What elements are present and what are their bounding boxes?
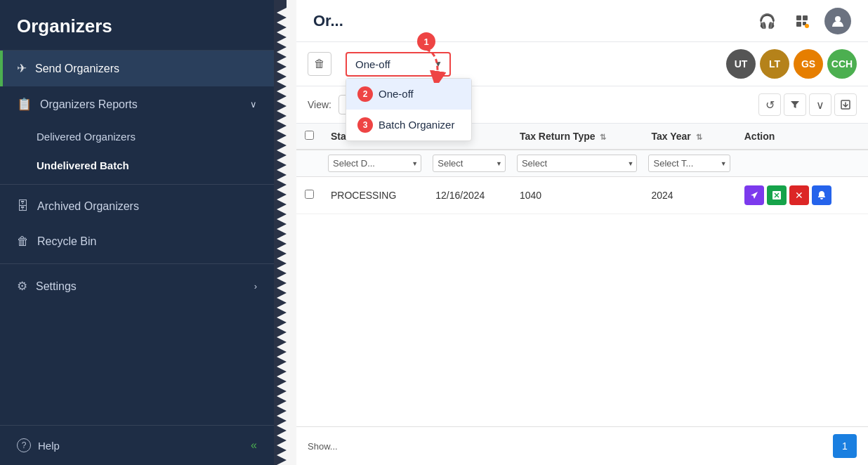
headset-icon-button[interactable]: 🎧	[754, 8, 780, 34]
dropdown-option-one-off[interactable]: 2 One-off	[346, 79, 471, 110]
excel-action-button[interactable]	[767, 185, 787, 205]
filter-date-select[interactable]: Select	[433, 155, 506, 172]
avatar-lt[interactable]: LT	[760, 49, 789, 79]
sidebar-item-recycle-bin[interactable]: 🗑 Recycle Bin	[0, 224, 274, 259]
row-tax-year-cell: 2024	[643, 177, 735, 214]
th-action: Action	[736, 124, 868, 150]
svg-rect-1	[796, 15, 801, 20]
row-status-cell: PROCESSING	[322, 177, 427, 214]
send-action-button[interactable]	[744, 185, 764, 205]
dropdown-selected-value: One-off	[355, 58, 390, 70]
filter-cell-tax-type: Select	[511, 150, 643, 177]
grid-icon-button[interactable]	[789, 8, 815, 34]
delete-button[interactable]: 🗑	[308, 52, 331, 76]
tax-year-value: 2024	[651, 190, 673, 201]
avatar-ut[interactable]: UT	[726, 49, 756, 79]
avatar-initials: GS	[801, 58, 815, 70]
sidebar-item-undelivered-batch[interactable]: Undelivered Batch	[0, 151, 274, 180]
svg-marker-0	[274, 0, 287, 465]
date-value: 12/16/2024	[435, 190, 485, 201]
filter-cell-date: Select	[427, 150, 511, 177]
row-checkbox[interactable]	[305, 190, 314, 199]
avatars-row: UT LT GS CCH	[726, 49, 857, 79]
sidebar-footer-help[interactable]: ? Help «	[0, 425, 274, 465]
col-tax-year-label: Tax Year	[651, 131, 690, 142]
chevron-down-icon: ∨	[250, 99, 257, 110]
collapse-icon[interactable]: «	[251, 439, 257, 452]
refresh-button[interactable]: ↺	[758, 93, 781, 116]
app-title: Organizers	[0, 0, 274, 51]
filter-cell-action	[736, 150, 868, 177]
type-dropdown-trigger[interactable]: One-off ▼	[346, 52, 451, 77]
avatar-gs[interactable]: GS	[794, 49, 823, 79]
dropdown-option-batch[interactable]: 3 Batch Organizer	[346, 110, 471, 140]
notify-action-button[interactable]	[812, 185, 831, 205]
divider	[0, 263, 274, 264]
select-all-checkbox[interactable]	[305, 131, 314, 140]
filter-status-select[interactable]: Select D...	[328, 155, 421, 172]
filter-tax-type-select[interactable]: Select	[517, 155, 638, 172]
main-header: Or... 🎧	[296, 0, 868, 42]
page-1-button[interactable]: 1	[833, 434, 857, 458]
sidebar-item-settings[interactable]: ⚙ Settings ›	[0, 268, 274, 304]
header-icons: 🎧	[754, 8, 851, 34]
col-tax-type-label: Tax Return Type	[520, 131, 596, 142]
send-icon: ✈	[17, 61, 27, 76]
sidebar-item-label: Settings	[36, 280, 77, 293]
sidebar-item-archived-organizers[interactable]: 🗄 Archived Organizers	[0, 189, 274, 224]
table-row: PROCESSING 12/16/2024 1040 2024	[296, 177, 868, 214]
row-date-cell: 12/16/2024	[427, 177, 511, 214]
row-tax-type-cell: 1040	[511, 177, 643, 214]
filter-tax-year-select[interactable]: Select T...	[648, 155, 730, 172]
filter-button[interactable]	[784, 93, 806, 116]
avatar-initials: CCH	[831, 58, 853, 70]
sidebar-item-delivered-organizers[interactable]: Delivered Organizers	[0, 122, 274, 151]
filter-cell-checkbox	[296, 150, 322, 177]
pagination-row: Show... 1	[296, 426, 868, 465]
toolbar-right-icons: ↺ ∨	[758, 93, 857, 116]
type-dropdown-container: One-off ▼ 2 One-off 3 Batch Organizer	[346, 52, 451, 77]
filter-cell-tax-year: Select T...	[643, 150, 735, 177]
sidebar-item-label: Send Organizers	[35, 63, 119, 75]
filter-tax-type-wrap: Select	[517, 155, 638, 172]
badge-2: 2	[357, 86, 373, 102]
sidebar-item-label: Organizers Reports	[40, 98, 138, 111]
th-tax-return-type: Tax Return Type ⇅	[511, 124, 643, 150]
sort-icon[interactable]: ⇅	[696, 133, 702, 141]
svg-rect-3	[796, 22, 801, 27]
view-label: View:	[308, 99, 331, 110]
tax-type-value: 1040	[520, 190, 541, 201]
svg-rect-2	[803, 15, 808, 20]
delete-action-button[interactable]: ✕	[789, 185, 809, 205]
row-checkbox-cell	[296, 177, 322, 214]
show-label: Show...	[308, 441, 338, 452]
user-avatar-button[interactable]	[824, 8, 851, 34]
reports-icon: 📋	[17, 97, 32, 112]
sort-icon[interactable]: ⇅	[600, 133, 606, 141]
sidebar-item-organizers-reports[interactable]: 📋 Organizers Reports ∨	[0, 86, 274, 122]
th-tax-year: Tax Year ⇅	[643, 124, 735, 150]
export-button[interactable]	[834, 93, 857, 116]
sidebar-item-send-organizers[interactable]: ✈ Send Organizers	[0, 51, 274, 86]
sidebar-sub-label: Undelivered Batch	[37, 159, 129, 171]
action-icons-group: ✕	[744, 185, 860, 205]
avatar-cch[interactable]: CCH	[827, 49, 857, 79]
sidebar-nav: ✈ Send Organizers 📋 Organizers Reports ∨…	[0, 51, 274, 425]
option-label-batch: Batch Organizer	[379, 119, 454, 131]
chevron-right-icon: ›	[254, 281, 257, 292]
dropdown-arrow-icon: ▼	[434, 59, 442, 69]
trash-icon: 🗑	[17, 235, 29, 249]
table-filter-row: Select D... Select	[296, 150, 868, 177]
svg-point-6	[835, 16, 841, 22]
help-circle-icon: ?	[17, 438, 31, 452]
main-content: Or... 🎧 🗑 1	[296, 0, 868, 465]
sidebar-item-label: Archived Organizers	[37, 200, 139, 213]
col-action-label: Action	[744, 131, 775, 142]
type-dropdown-menu: 2 One-off 3 Batch Organizer	[346, 78, 472, 141]
row-action-cell: ✕	[736, 177, 868, 214]
chevron-down-button[interactable]: ∨	[809, 93, 831, 116]
filter-status-wrap: Select D...	[328, 155, 421, 172]
option-label-one-off: One-off	[379, 88, 414, 100]
sidebar: Organizers ✈ Send Organizers 📋 Organizer…	[0, 0, 274, 465]
filter-cell-status: Select D...	[322, 150, 427, 177]
